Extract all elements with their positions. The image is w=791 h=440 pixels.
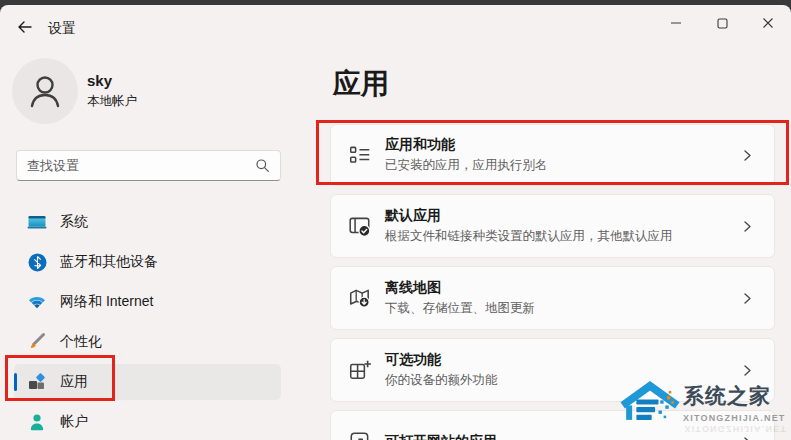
watermark-domain: XITONGZHIJIA.NET: [683, 413, 786, 423]
chevron-right-icon: [741, 149, 754, 162]
card-apps-features[interactable]: 应用和功能 已安装的应用，应用执行别名: [330, 124, 775, 186]
back-arrow-icon: [17, 19, 33, 35]
selection-accent: [14, 373, 17, 391]
watermark-domain-reflection: XITONGZHIJIA.NET: [684, 426, 787, 434]
account-type: 本地帐户: [87, 93, 137, 110]
accounts-icon: [27, 412, 47, 432]
minimize-button[interactable]: [653, 7, 699, 39]
sidebar-item-label: 蓝牙和其他设备: [60, 253, 158, 271]
caption-buttons: [653, 7, 791, 39]
search-input[interactable]: [27, 158, 255, 173]
search-icon: [255, 158, 270, 173]
card-subtitle: 已安装的应用，应用执行别名: [385, 157, 741, 174]
sidebar-item-label: 帐户: [60, 413, 88, 431]
maximize-icon: [717, 18, 728, 29]
watermark-reflection: XITONGZHIJIA.NET: [619, 426, 787, 440]
card-title: 离线地图: [385, 279, 741, 297]
watermark: 系统之家 XITONGZHIJIA.NET XITONGZHIJIA.NET: [619, 379, 787, 440]
card-default-apps[interactable]: 默认应用 根据文件和链接种类设置的默认应用，其他默认应用: [330, 194, 775, 258]
minimize-icon: [670, 17, 682, 29]
sidebar-item-bluetooth[interactable]: 蓝牙和其他设备: [14, 244, 281, 280]
chevron-right-icon: [741, 292, 754, 305]
titlebar: 设置: [0, 5, 791, 49]
chevron-right-icon: [741, 220, 754, 233]
sidebar-item-personalization[interactable]: 个性化: [14, 324, 281, 360]
apps-features-icon: [347, 142, 373, 168]
watermark-logo-icon: [619, 379, 681, 425]
sidebar-item-label: 应用: [60, 373, 88, 391]
account-header[interactable]: sky 本地帐户: [12, 58, 137, 124]
watermark-title: 系统之家: [683, 382, 786, 410]
page-title: 应用: [333, 65, 389, 103]
sidebar-item-accounts[interactable]: 帐户: [14, 404, 281, 440]
window-title: 设置: [48, 20, 76, 38]
sidebar-item-label: 系统: [60, 213, 88, 231]
apps-icon: [27, 372, 47, 392]
avatar: [12, 58, 78, 124]
personalization-icon: [27, 332, 47, 352]
sidebar-nav: 系统 蓝牙和其他设备 网络和 Internet: [14, 204, 281, 440]
card-title: 默认应用: [385, 207, 741, 225]
card-title: 应用和功能: [385, 136, 741, 154]
sidebar-item-label: 个性化: [60, 333, 102, 351]
person-icon: [25, 71, 65, 111]
card-subtitle: 根据文件和链接种类设置的默认应用，其他默认应用: [385, 228, 741, 245]
card-title: 可选功能: [385, 351, 741, 369]
optional-features-icon: [347, 357, 373, 383]
card-subtitle: 下载、存储位置、地图更新: [385, 300, 741, 317]
search-box[interactable]: [16, 150, 281, 181]
sidebar-item-system[interactable]: 系统: [14, 204, 281, 240]
card-offline-maps[interactable]: 离线地图 下载、存储位置、地图更新: [330, 266, 775, 330]
sidebar-item-apps[interactable]: 应用: [14, 364, 281, 400]
settings-window: 设置 sky 本地帐户: [0, 5, 791, 440]
maximize-button[interactable]: [699, 7, 745, 39]
default-apps-icon: [347, 213, 373, 239]
sidebar-item-label: 网络和 Internet: [60, 293, 153, 311]
chevron-right-icon: [741, 364, 754, 377]
close-icon: [762, 17, 774, 29]
account-name: sky: [87, 72, 137, 89]
bluetooth-icon: [27, 252, 47, 272]
network-icon: [27, 292, 47, 312]
close-button[interactable]: [745, 7, 791, 39]
sidebar-item-network[interactable]: 网络和 Internet: [14, 284, 281, 320]
offline-maps-icon: [347, 285, 373, 311]
apps-for-websites-icon: [347, 429, 373, 440]
back-button[interactable]: [10, 13, 40, 41]
system-icon: [27, 212, 47, 232]
